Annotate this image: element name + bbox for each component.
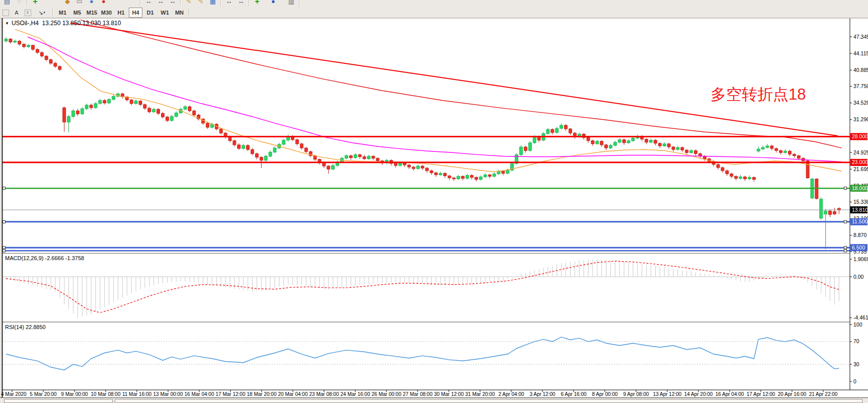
candle-bull (479, 177, 482, 180)
candle-bear (645, 139, 648, 142)
price-badge-label: 23.000 (852, 159, 868, 165)
candle-bear (833, 211, 836, 214)
candle-bull (273, 148, 276, 152)
hline-handle[interactable] (3, 250, 6, 252)
candle-bull (739, 177, 742, 179)
hline-handle[interactable] (3, 187, 6, 190)
chart-collapse-icon[interactable]: ▼ (5, 21, 9, 26)
hline-handle[interactable] (844, 250, 847, 252)
candle-bull (457, 177, 460, 179)
candle-bull (820, 199, 823, 218)
time-tick-label: 6 Apr 16:00 (561, 391, 587, 397)
macd-pane-label: MACD(12,26,9) -2.6666 -1.3758 (5, 255, 84, 261)
time-tick-label: 16 Apr 04:00 (716, 391, 744, 397)
candle-bear (394, 164, 397, 166)
candle-bull (14, 41, 17, 42)
hline-handle[interactable] (844, 247, 847, 249)
candle-bear (412, 167, 415, 169)
candle-bull (676, 147, 679, 149)
rsi-tick-label: 0 (853, 378, 856, 384)
price-tick-label: 21.695 (853, 166, 868, 172)
candle-bull (690, 150, 693, 152)
candle-bear (233, 141, 236, 145)
candle-bull (609, 145, 612, 148)
price-tick-label: 31.290 (853, 116, 868, 122)
candle-bear (255, 153, 258, 157)
candle-bull (67, 116, 70, 122)
candle-bear (228, 137, 231, 141)
price-tick-label: 34.520 (853, 100, 868, 106)
candle-bear (76, 111, 79, 114)
hline-handle[interactable] (3, 247, 6, 249)
candle-bull (560, 125, 563, 128)
time-tick-label: 20 Apr 16:00 (778, 391, 807, 397)
time-tick-label: 9 Mar 00:00 (61, 391, 88, 397)
scrollbar-thumb[interactable] (115, 399, 862, 403)
candle-bear (721, 168, 724, 171)
candle-bear (403, 163, 406, 165)
candle-bear (219, 129, 222, 133)
candle-bull (784, 151, 787, 152)
candle-bull (184, 107, 187, 109)
chart-ohlc-values: 13.250 13.850 13.030 13.810 (42, 20, 121, 27)
candle-bear (685, 150, 688, 152)
candle-bear (408, 165, 411, 167)
time-tick-label: 9 Apr 08:00 (623, 391, 649, 397)
candle-bull (264, 156, 267, 160)
price-tick-label: 37.750 (853, 83, 868, 89)
candle-bear (9, 39, 12, 42)
candle-bear (622, 140, 625, 143)
candle-bear (23, 44, 26, 47)
time-tick-label: 5 Mar 20:00 (30, 391, 57, 397)
price-badge-label: 18.000 (852, 185, 868, 191)
hline-handle[interactable] (844, 187, 847, 190)
chart-annotation-text[interactable]: 多空转折点18 (711, 84, 806, 105)
candle-bull (354, 154, 357, 157)
price-tick-label: 8.870 (853, 232, 866, 238)
time-tick-label: 4 Mar 2020 (1, 391, 27, 397)
candle-bear (726, 171, 729, 174)
scrollbar-left-box[interactable] (4, 399, 113, 403)
candle-bear (587, 138, 590, 141)
chart-symbol-period: USOil-,H4 (12, 20, 39, 27)
candle-bear (448, 176, 451, 178)
candle-bear (744, 177, 747, 179)
candle-bear (40, 52, 43, 56)
candle-bear (49, 60, 52, 63)
candle-bull (627, 141, 630, 143)
time-tick-label: 13 Mar 00:00 (153, 391, 183, 397)
rsi-tick-label: 100 (853, 321, 862, 328)
candle-bull (399, 163, 402, 166)
macd-tick-label: 1.9069 (853, 256, 868, 262)
hline-handle[interactable] (844, 220, 847, 223)
hline-handle[interactable] (3, 220, 6, 223)
candle-bear (752, 178, 755, 180)
candle-bear (735, 177, 738, 179)
time-tick-label: 11 Mar 16:00 (122, 391, 152, 397)
candle-bull (824, 211, 827, 214)
candle-bear (681, 147, 684, 150)
candle-bear (296, 140, 299, 144)
candle-bear (45, 56, 48, 59)
candle-bear (247, 145, 250, 149)
candle-bull (528, 143, 531, 150)
time-tick-label: 2 Apr 04:00 (498, 391, 524, 397)
candle-bull (556, 128, 559, 132)
candle-bear (18, 41, 21, 44)
candle-bear (430, 171, 433, 173)
price-tick-label: 44.115 (853, 50, 868, 56)
candle-bull (632, 138, 635, 141)
candle-bear (470, 175, 474, 177)
chart-canvas[interactable]: 47.34544.11540.88537.75034.52031.29024.9… (0, 0, 868, 403)
macd-tick-label: 0.00 (853, 274, 864, 280)
candle-bear (502, 171, 505, 173)
candle-bull (345, 155, 348, 158)
candle-bull (761, 147, 764, 149)
candle-bear (188, 107, 191, 111)
rsi-tick-label: 70 (853, 338, 859, 344)
time-tick-label: 20 Mar 04:00 (278, 391, 308, 397)
candle-bull (81, 109, 84, 114)
candle-bear (475, 178, 478, 180)
candle-bull (533, 137, 536, 143)
candle-bear (358, 154, 361, 156)
